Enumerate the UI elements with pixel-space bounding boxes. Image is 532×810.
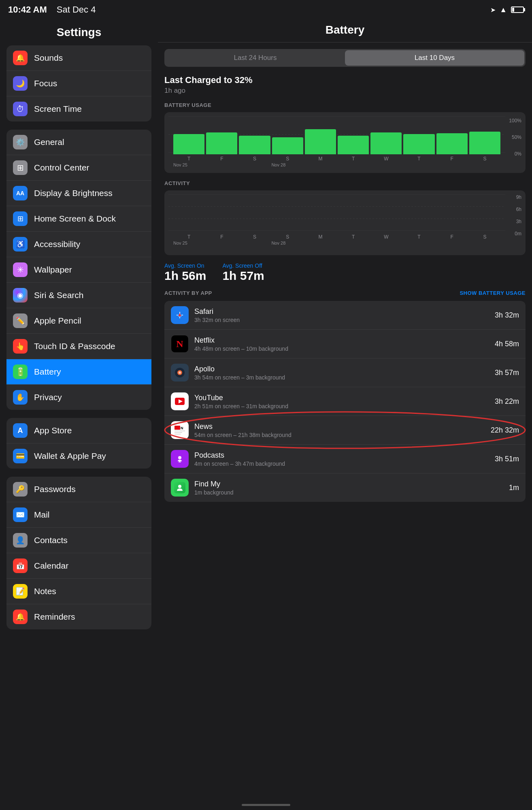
svg-point-15 bbox=[179, 371, 181, 374]
sidebar-item-mail[interactable]: ✉️ Mail bbox=[6, 502, 151, 528]
sidebar-item-contacts[interactable]: 👤 Contacts bbox=[6, 528, 151, 553]
youtube-duration: 3h 22m bbox=[495, 397, 519, 406]
activity-section: ACTIVITY 9h 6h 3h 0m bbox=[164, 180, 526, 255]
sidebar-item-touchid[interactable]: 👆 Touch ID & Passcode bbox=[6, 334, 151, 359]
wallet-icon: 💳 bbox=[13, 449, 28, 463]
sidebar-section-3: A App Store 💳 Wallet & Apple Pay bbox=[6, 418, 151, 469]
bar-1 bbox=[206, 132, 237, 154]
calendar-icon: 📅 bbox=[13, 558, 28, 573]
bar-8 bbox=[436, 133, 468, 154]
tab-24h[interactable]: Last 24 Hours bbox=[166, 50, 345, 66]
date-nov28: Nov 28 bbox=[271, 162, 304, 167]
app-item-news[interactable]: N News 54m on screen – 21h 38m backgroun… bbox=[164, 416, 526, 445]
sidebar-item-wallet[interactable]: 💳 Wallet & Apple Pay bbox=[6, 443, 151, 469]
sidebar-item-calendar[interactable]: 📅 Calendar bbox=[6, 553, 151, 579]
sidebar-item-control[interactable]: ⊞ Control Center bbox=[6, 155, 151, 181]
bar-6 bbox=[370, 132, 402, 154]
svg-point-26 bbox=[178, 456, 181, 459]
x-label-3: S bbox=[272, 156, 303, 162]
sidebar-item-access[interactable]: ♿ Accessibility bbox=[6, 232, 151, 257]
app-item-safari[interactable]: Safari 3h 32m on screen 3h 32m bbox=[164, 301, 526, 330]
battery-x-labels: T F S S M T W T F S bbox=[169, 154, 521, 162]
screentime-label: Screen Time bbox=[34, 104, 82, 114]
display-label: Display & Brightness bbox=[34, 188, 113, 198]
home-label: Home Screen & Dock bbox=[34, 214, 116, 224]
bar-2 bbox=[239, 136, 270, 154]
apollo-detail: 3h 54m on screen – 3m background bbox=[194, 374, 495, 381]
app-item-findmy[interactable]: Find My 1m background 1m bbox=[164, 473, 526, 502]
activity-date-labels: Nov 25 Nov 28 bbox=[169, 240, 521, 245]
youtube-detail: 2h 51m on screen – 31m background bbox=[194, 403, 495, 409]
wallpaper-icon: ✳ bbox=[13, 262, 28, 277]
sidebar-item-passwords[interactable]: 🔑 Passwords bbox=[6, 477, 151, 502]
notes-label: Notes bbox=[34, 586, 56, 596]
svg-text:N: N bbox=[181, 426, 183, 430]
app-item-apollo[interactable]: Apollo 3h 54m on screen – 3m background … bbox=[164, 358, 526, 387]
sidebar-item-pencil[interactable]: ✏️ Apple Pencil bbox=[6, 308, 151, 334]
sidebar-section-4: 🔑 Passwords ✉️ Mail 👤 Contacts 📅 Calenda… bbox=[6, 477, 151, 629]
location-icon: ➤ bbox=[490, 6, 496, 14]
sidebar-item-screentime[interactable]: ⏱ Screen Time bbox=[6, 96, 151, 122]
findmy-icon bbox=[171, 479, 189, 497]
sidebar-item-wallpaper[interactable]: ✳ Wallpaper bbox=[6, 257, 151, 283]
battery-date-labels: Nov 25 Nov 28 bbox=[169, 162, 521, 167]
bar-9 bbox=[469, 132, 500, 154]
contacts-icon: 👤 bbox=[13, 533, 28, 548]
sidebar-item-appstore[interactable]: A App Store bbox=[6, 418, 151, 443]
x-label-9: S bbox=[469, 156, 500, 162]
battery-fill bbox=[512, 8, 514, 12]
safari-duration: 3h 32m bbox=[495, 311, 519, 320]
screen-on-value: 1h 56m bbox=[164, 269, 206, 283]
battery-info: Last Charged to 32% 1h ago bbox=[164, 75, 526, 95]
date-nov25: Nov 25 bbox=[173, 162, 271, 167]
privacy-icon: ✋ bbox=[13, 390, 28, 405]
wifi-icon: ▲ bbox=[500, 6, 507, 14]
x-label-0: T bbox=[173, 156, 204, 162]
app-item-youtube[interactable]: YouTube 2h 51m on screen – 31m backgroun… bbox=[164, 387, 526, 416]
access-icon: ♿ bbox=[13, 237, 28, 252]
podcasts-icon bbox=[171, 450, 189, 468]
status-time: 10:42 AM bbox=[8, 4, 47, 15]
news-detail: 54m on screen – 21h 38m background bbox=[194, 432, 491, 438]
x-label-1: F bbox=[206, 156, 237, 162]
x-label-4: M bbox=[305, 156, 336, 162]
safari-icon bbox=[171, 306, 189, 324]
wallpaper-label: Wallpaper bbox=[34, 265, 72, 275]
app-item-netflix[interactable]: N Netflix 4h 48m on screen – 10m backgro… bbox=[164, 330, 526, 358]
sidebar-item-reminders[interactable]: 🔔 Reminders bbox=[6, 604, 151, 629]
sidebar-item-privacy[interactable]: ✋ Privacy bbox=[6, 385, 151, 410]
youtube-name: YouTube bbox=[194, 394, 495, 402]
screentime-icon: ⏱ bbox=[13, 102, 28, 116]
bar-7 bbox=[403, 134, 434, 154]
battery-icon bbox=[511, 6, 524, 13]
battery-usage-label: BATTERY USAGE bbox=[164, 102, 526, 108]
netflix-info: Netflix 4h 48m on screen – 10m backgroun… bbox=[194, 336, 495, 352]
app-item-podcasts[interactable]: Podcasts 4m on screen – 3h 47m backgroun… bbox=[164, 445, 526, 473]
sidebar-item-notes[interactable]: 📝 Notes bbox=[6, 579, 151, 604]
activity-by-app-header: ACTIVITY BY APP SHOW BATTERY USAGE bbox=[164, 290, 526, 296]
sidebar-item-general[interactable]: ⚙️ General bbox=[6, 130, 151, 155]
sidebar-item-sounds[interactable]: 🔔 Sounds bbox=[6, 45, 151, 71]
sidebar-item-focus[interactable]: 🌙 Focus bbox=[6, 71, 151, 96]
screen-off-label: Avg. Screen Off bbox=[222, 262, 264, 269]
display-icon: AA bbox=[13, 186, 28, 200]
sidebar-item-display[interactable]: AA Display & Brightness bbox=[6, 181, 151, 206]
sidebar-item-home[interactable]: ⊞ Home Screen & Dock bbox=[6, 206, 151, 232]
appstore-label: App Store bbox=[34, 426, 72, 435]
status-icons: ➤ ▲ bbox=[490, 6, 524, 14]
sidebar-item-battery[interactable]: 🔋 Battery bbox=[6, 359, 151, 385]
siri-icon: ◉ bbox=[13, 288, 28, 303]
x-label-8: F bbox=[436, 156, 468, 162]
youtube-icon bbox=[171, 392, 189, 410]
show-battery-link[interactable]: SHOW BATTERY USAGE bbox=[460, 290, 526, 296]
panel-title: Battery bbox=[158, 18, 532, 43]
control-label: Control Center bbox=[34, 163, 89, 173]
app-list: Safari 3h 32m on screen 3h 32m N Netflix… bbox=[164, 301, 526, 502]
bar-5 bbox=[338, 136, 369, 154]
sidebar-item-siri[interactable]: ◉ Siri & Search bbox=[6, 283, 151, 308]
stat-screen-off: Avg. Screen Off 1h 57m bbox=[222, 262, 264, 283]
tab-10d[interactable]: Last 10 Days bbox=[345, 50, 524, 66]
news-icon: N bbox=[171, 421, 189, 439]
battery-label: Battery bbox=[34, 367, 61, 377]
activity-bars bbox=[169, 196, 521, 232]
